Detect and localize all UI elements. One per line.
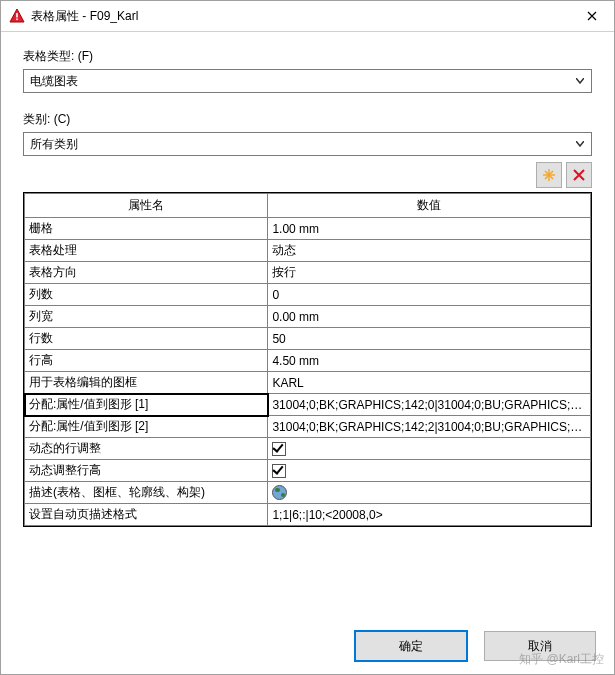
title-bar: 表格属性 - F09_Karl bbox=[1, 1, 614, 32]
table-row[interactable]: 表格处理动态 bbox=[25, 240, 591, 262]
property-name-cell[interactable]: 描述(表格、图框、轮廓线、构架) bbox=[25, 482, 268, 504]
property-value-cell[interactable] bbox=[268, 438, 591, 460]
table-row[interactable]: 列数0 bbox=[25, 284, 591, 306]
property-toolbar bbox=[23, 162, 592, 188]
app-icon bbox=[9, 8, 25, 24]
property-name-cell[interactable]: 行数 bbox=[25, 328, 268, 350]
checkbox-checked-icon[interactable] bbox=[272, 442, 286, 456]
property-value-cell[interactable]: 0 bbox=[268, 284, 591, 306]
property-name-cell[interactable]: 用于表格编辑的图框 bbox=[25, 372, 268, 394]
column-header-value[interactable]: 数值 bbox=[268, 194, 591, 218]
table-row[interactable]: 用于表格编辑的图框KARL bbox=[25, 372, 591, 394]
property-value-cell[interactable] bbox=[268, 460, 591, 482]
dialog-window: 表格属性 - F09_Karl 表格类型: (F) 电缆图表 类别: (C) 所… bbox=[0, 0, 615, 675]
property-value-cell[interactable] bbox=[268, 482, 591, 504]
globe-icon[interactable] bbox=[272, 485, 287, 500]
column-header-name[interactable]: 属性名 bbox=[25, 194, 268, 218]
property-value-cell[interactable]: 1.00 mm bbox=[268, 218, 591, 240]
ok-button[interactable]: 确定 bbox=[354, 630, 468, 662]
table-row[interactable]: 设置自动页描述格式1;1|6;:|10;<20008,0> bbox=[25, 504, 591, 526]
svg-rect-2 bbox=[16, 19, 18, 21]
property-name-cell[interactable]: 动态的行调整 bbox=[25, 438, 268, 460]
dialog-footer: 确定 取消 bbox=[1, 618, 614, 674]
checkbox-checked-icon[interactable] bbox=[272, 464, 286, 478]
property-name-cell[interactable]: 栅格 bbox=[25, 218, 268, 240]
category-label: 类别: (C) bbox=[23, 111, 592, 128]
table-type-value: 电缆图表 bbox=[24, 73, 569, 90]
property-name-cell[interactable]: 表格处理 bbox=[25, 240, 268, 262]
property-value-cell[interactable]: 按行 bbox=[268, 262, 591, 284]
dialog-content: 表格类型: (F) 电缆图表 类别: (C) 所有类别 bbox=[1, 32, 614, 618]
property-value-cell[interactable]: 31004;0;BK;GRAPHICS;142;0|31004;0;BU;GRA… bbox=[268, 394, 591, 416]
table-row[interactable]: 行数50 bbox=[25, 328, 591, 350]
cancel-button[interactable]: 取消 bbox=[484, 631, 596, 661]
property-name-cell[interactable]: 列数 bbox=[25, 284, 268, 306]
table-row[interactable]: 分配:属性/值到图形 [1]31004;0;BK;GRAPHICS;142;0|… bbox=[25, 394, 591, 416]
property-name-cell[interactable]: 表格方向 bbox=[25, 262, 268, 284]
property-value-cell[interactable]: 1;1|6;:|10;<20008,0> bbox=[268, 504, 591, 526]
properties-table[interactable]: 属性名 数值 栅格1.00 mm表格处理动态表格方向按行列数0列宽0.00 mm… bbox=[24, 193, 591, 526]
category-combo[interactable]: 所有类别 bbox=[23, 132, 592, 156]
property-name-cell[interactable]: 分配:属性/值到图形 [1] bbox=[25, 394, 268, 416]
table-row[interactable]: 表格方向按行 bbox=[25, 262, 591, 284]
property-name-cell[interactable]: 动态调整行高 bbox=[25, 460, 268, 482]
table-row[interactable]: 动态调整行高 bbox=[25, 460, 591, 482]
delete-property-button[interactable] bbox=[566, 162, 592, 188]
svg-rect-1 bbox=[16, 13, 18, 18]
table-type-combo[interactable]: 电缆图表 bbox=[23, 69, 592, 93]
window-title: 表格属性 - F09_Karl bbox=[31, 8, 569, 25]
property-name-cell[interactable]: 行高 bbox=[25, 350, 268, 372]
properties-table-wrap: 属性名 数值 栅格1.00 mm表格处理动态表格方向按行列数0列宽0.00 mm… bbox=[23, 192, 592, 527]
close-button[interactable] bbox=[569, 1, 614, 31]
property-name-cell[interactable]: 设置自动页描述格式 bbox=[25, 504, 268, 526]
table-row[interactable]: 行高4.50 mm bbox=[25, 350, 591, 372]
property-value-cell[interactable]: 31004;0;BK;GRAPHICS;142;2|31004;0;BU;GRA… bbox=[268, 416, 591, 438]
new-property-button[interactable] bbox=[536, 162, 562, 188]
property-value-cell[interactable]: 50 bbox=[268, 328, 591, 350]
table-type-label: 表格类型: (F) bbox=[23, 48, 592, 65]
category-value: 所有类别 bbox=[24, 136, 569, 153]
property-value-cell[interactable]: 动态 bbox=[268, 240, 591, 262]
property-name-cell[interactable]: 列宽 bbox=[25, 306, 268, 328]
table-row[interactable]: 动态的行调整 bbox=[25, 438, 591, 460]
property-name-cell[interactable]: 分配:属性/值到图形 [2] bbox=[25, 416, 268, 438]
property-value-cell[interactable]: KARL bbox=[268, 372, 591, 394]
property-value-cell[interactable]: 0.00 mm bbox=[268, 306, 591, 328]
table-row[interactable]: 描述(表格、图框、轮廓线、构架) bbox=[25, 482, 591, 504]
chevron-down-icon bbox=[569, 70, 591, 92]
property-value-cell[interactable]: 4.50 mm bbox=[268, 350, 591, 372]
table-row[interactable]: 栅格1.00 mm bbox=[25, 218, 591, 240]
table-row[interactable]: 分配:属性/值到图形 [2]31004;0;BK;GRAPHICS;142;2|… bbox=[25, 416, 591, 438]
chevron-down-icon bbox=[569, 133, 591, 155]
table-row[interactable]: 列宽0.00 mm bbox=[25, 306, 591, 328]
